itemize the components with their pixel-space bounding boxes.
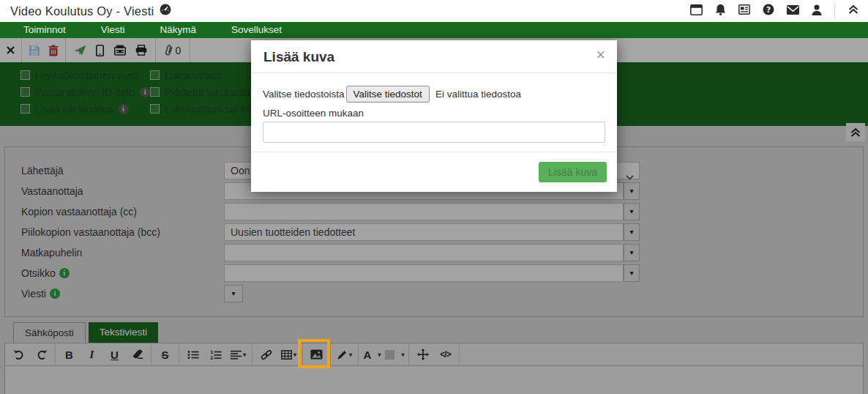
dialog-title: Lisää kuva [263,49,334,65]
menu-nakyma[interactable]: Näkymä [143,22,214,38]
dialog-header: Lisää kuva × [251,40,617,73]
image-url-input[interactable] [263,122,605,143]
dialog-footer: Lisää kuva [251,152,617,192]
file-select-label: Valitse tiedostoista [263,89,345,100]
title-bar: Video Koulutus Oy - Viesti ? [0,0,868,22]
collapse-header-icon[interactable] [848,4,859,18]
menu-bar: Toiminnot Viesti Näkymä Sovellukset [0,22,868,38]
mail-icon[interactable] [787,4,799,18]
window-icon[interactable] [690,4,703,18]
menu-sovellukset[interactable]: Sovellukset [214,22,299,38]
menu-viesti[interactable]: Viesti [83,22,143,38]
help-icon[interactable]: ? [763,4,774,18]
bell-icon[interactable] [715,4,726,18]
toolbar-separator [834,4,835,18]
app-window: Video Koulutus Oy - Viesti ? [0,0,868,394]
insert-image-dialog: Lisää kuva × Valitse tiedostoista Valits… [251,40,617,192]
news-icon[interactable] [738,4,750,18]
image-button-highlight [298,339,330,368]
file-status-text: Ei valittua tiedostoa [435,89,521,100]
close-icon[interactable]: × [596,47,605,63]
user-icon[interactable] [812,4,822,18]
choose-files-button[interactable]: Valitse tiedostot [346,86,430,103]
insert-image-submit-button[interactable]: Lisää kuva [539,162,607,182]
url-label: URL-osoitteen mukaan [263,108,605,119]
menu-toiminnot[interactable]: Toiminnot [6,22,83,38]
dialog-body: Valitse tiedostoista Valitse tiedostot E… [251,73,617,143]
page-title: Video Koulutus Oy - Viesti [10,4,154,18]
svg-text:?: ? [766,5,771,14]
gauge-icon[interactable] [160,4,171,18]
